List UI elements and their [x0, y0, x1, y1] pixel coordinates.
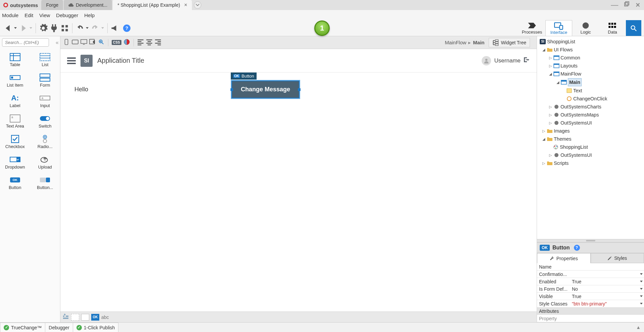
tab-processes[interactable]: Processes	[519, 20, 545, 36]
selected-button-widget[interactable]: Change Message	[231, 81, 300, 98]
property-row[interactable]: Name	[537, 263, 644, 271]
tree-text[interactable]: Text	[573, 87, 582, 94]
menu-view[interactable]: View	[39, 12, 50, 18]
dropdown-arrow-icon[interactable]	[640, 288, 643, 290]
logout-icon[interactable]	[524, 57, 530, 64]
tree-osui2[interactable]: OutSystemsUI	[560, 151, 592, 159]
props-tab-properties[interactable]: Properties	[537, 253, 591, 263]
widget-tree-button[interactable]: Widget Tree	[489, 38, 530, 47]
footer-chip-solid[interactable]	[81, 314, 89, 321]
tree-toggle[interactable]: ▷	[542, 159, 546, 167]
property-row[interactable]: Confirmatio...	[537, 271, 644, 278]
menu-help[interactable]: Help	[84, 12, 95, 18]
props-tab-styles[interactable]: Styles	[591, 253, 644, 263]
palette-item-label[interactable]: A:Label	[0, 90, 30, 110]
property-value[interactable]: No	[571, 286, 644, 292]
megaphone-icon[interactable]	[110, 22, 120, 34]
tab-data[interactable]: Data	[599, 20, 626, 36]
close-tab-icon[interactable]: ×	[184, 2, 187, 8]
collapse-palette-icon[interactable]: «	[56, 40, 59, 46]
dropdown-arrow-icon[interactable]	[640, 303, 643, 304]
app-tab-forge[interactable]: Forge	[41, 0, 63, 10]
fit-icon[interactable]	[98, 39, 105, 46]
property-value[interactable]: "btn btn-primary"	[571, 301, 644, 306]
property-row[interactable]: VisibleTrue	[537, 293, 644, 300]
status-debugger[interactable]: Debugger	[45, 323, 73, 332]
palette-item-radio-[interactable]: Radio...	[30, 131, 60, 151]
tree-osui[interactable]: OutSystemsUI	[560, 119, 592, 127]
tree-images[interactable]: Images	[554, 127, 570, 135]
tree-toggle[interactable]: ◢	[542, 46, 546, 53]
tree-module[interactable]: ShoppingList	[547, 38, 575, 45]
tree-toggle[interactable]: ◢	[542, 135, 546, 143]
hamburger-icon[interactable]	[67, 56, 76, 65]
theme-icon[interactable]	[123, 39, 130, 46]
palette-item-input[interactable]: aInput	[30, 90, 60, 110]
tree-toggle[interactable]: ◢	[548, 70, 552, 78]
tree-common[interactable]: Common	[560, 54, 580, 61]
avatar-icon[interactable]	[482, 56, 491, 65]
status-publish[interactable]: ✓ 1-Click Publish	[73, 323, 119, 332]
maximize-icon[interactable]	[624, 2, 630, 8]
footer-abc-label[interactable]: abc	[101, 315, 109, 320]
palette-item-text-area[interactable]: aText Area	[0, 110, 30, 131]
add-tab-button[interactable]	[194, 1, 201, 9]
align-right-icon[interactable]	[155, 39, 161, 46]
palette-item-upload[interactable]: Upload	[30, 151, 60, 172]
palette-item-button-[interactable]: Button...	[30, 172, 60, 192]
palette-item-list[interactable]: List	[30, 49, 60, 69]
align-center-icon[interactable]	[146, 39, 153, 46]
tree-toggle[interactable]: ▷	[548, 111, 552, 118]
app-tab-environment[interactable]: Development...	[64, 0, 112, 10]
tree-toggle[interactable]: ◢	[556, 79, 560, 86]
undo-button[interactable]	[74, 22, 85, 34]
preview-icon[interactable]	[89, 39, 96, 46]
tree-themes[interactable]: Themes	[554, 135, 571, 143]
palette-item-form[interactable]: Form	[30, 69, 60, 90]
panel-resize-handle[interactable]	[537, 239, 644, 242]
palette-item-list-item[interactable]: List Item	[0, 69, 30, 90]
css-badge[interactable]: CSS	[112, 40, 121, 45]
property-row[interactable]: Property	[537, 315, 644, 322]
dropdown-arrow-icon[interactable]	[640, 281, 643, 282]
tree-main-screen[interactable]: Main	[568, 78, 582, 86]
menu-edit[interactable]: Edit	[24, 12, 33, 18]
text-widget-hello[interactable]: Hello	[74, 86, 88, 93]
property-row[interactable]: Style Classes"btn btn-primary"	[537, 300, 644, 307]
breadcrumb-parent[interactable]: MainFlow	[445, 40, 466, 45]
global-search-button[interactable]	[626, 20, 641, 36]
plug-icon[interactable]	[49, 22, 59, 34]
help-icon[interactable]: ?	[123, 25, 130, 32]
property-value[interactable]: True	[571, 294, 644, 299]
tree-uiflows[interactable]: UI Flows	[554, 46, 573, 53]
expand-statusbar-icon[interactable]: ▲	[633, 325, 644, 330]
palette-item-button[interactable]: OKButton	[0, 172, 30, 192]
widget-search-input[interactable]	[2, 38, 49, 47]
property-value[interactable]	[571, 273, 644, 275]
palette-item-switch[interactable]: Switch	[30, 110, 60, 131]
redo-button[interactable]	[90, 22, 101, 34]
tree-toggle[interactable]: ▷	[548, 103, 552, 110]
footer-chip-dashed[interactable]	[71, 314, 79, 321]
tree-toggle[interactable]: ▷	[548, 119, 552, 127]
property-row[interactable]: Is Form Def...No	[537, 285, 644, 293]
app-tab-module[interactable]: * ShoppingList (App Example) ×	[113, 0, 192, 10]
tree-toggle[interactable]: ▷	[548, 54, 552, 61]
tree-changeonclick[interactable]: ChangeOnClick	[573, 95, 607, 102]
dropdown-arrow-icon[interactable]	[640, 273, 643, 275]
tutorial-step-badge[interactable]: 1	[314, 20, 330, 36]
tab-logic[interactable]: Logic	[572, 20, 599, 36]
tree-toggle[interactable]: ▷	[542, 127, 546, 135]
tab-interface[interactable]: Interface	[545, 20, 572, 36]
tree-oscharts[interactable]: OutSystemsCharts	[560, 103, 601, 110]
tree-mainflow[interactable]: MainFlow	[560, 70, 581, 78]
palette-item-dropdown[interactable]: Dropdown	[0, 151, 30, 172]
footer-widget-icon[interactable]	[62, 314, 69, 321]
property-value[interactable]: True	[571, 279, 644, 284]
dropdown-arrow-icon[interactable]	[640, 295, 643, 297]
tree-theme-shoppinglist[interactable]: ShoppingList	[560, 143, 588, 151]
device-phone-icon[interactable]	[63, 39, 70, 46]
status-truechange[interactable]: ✓ TrueChange™	[0, 323, 45, 332]
palette-item-table[interactable]: Table	[0, 49, 30, 69]
tree-layouts[interactable]: Layouts	[560, 62, 578, 69]
